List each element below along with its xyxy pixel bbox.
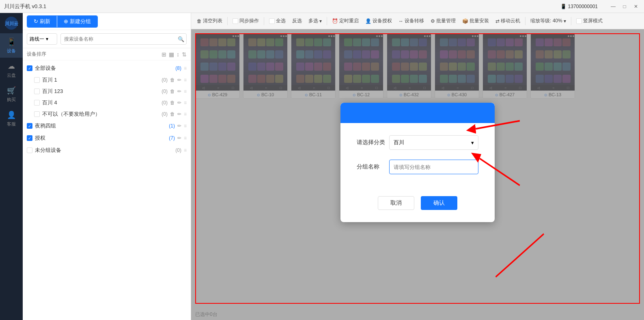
- dialog-footer: 取消 确认: [340, 196, 495, 222]
- all-checkbox[interactable]: ✓: [27, 65, 32, 71]
- clear-list-button[interactable]: 🗑 清空列表: [194, 16, 225, 26]
- grid-icon[interactable]: ▦: [169, 51, 174, 58]
- confirm-button[interactable]: 确认: [421, 196, 457, 210]
- drag-handle-crow4[interactable]: ≡: [184, 123, 187, 129]
- drag-handle-all[interactable]: ≡: [184, 65, 187, 71]
- cancel-button[interactable]: 取消: [378, 196, 414, 210]
- device-auth-button[interactable]: 👤 设备授权: [363, 16, 394, 26]
- group-item-baichuan1[interactable]: 百川 1 (0) 🗑 ✏ ≡: [23, 74, 191, 86]
- group-name-baichuan123: 百川 123: [42, 88, 159, 95]
- maximize-button[interactable]: □: [620, 2, 629, 11]
- drag-handle-auth[interactable]: ≡: [184, 135, 187, 141]
- select-all-button[interactable]: 全选: [267, 16, 288, 26]
- edit-icon-3[interactable]: ✏: [177, 100, 181, 106]
- group-item-cannotgive[interactable]: 不可以（不要发给用户） (0) 🗑 ✏ ≡: [23, 108, 191, 120]
- svg-line-6: [496, 234, 544, 277]
- multi-sel-button[interactable]: 多选 ▾: [306, 16, 324, 26]
- nogroup-checkbox[interactable]: [27, 147, 32, 153]
- batch-install-button[interactable]: 📦 批量安装: [460, 16, 491, 26]
- app-logo: 川川云: [0, 13, 23, 33]
- crow4-checkbox[interactable]: ✓: [27, 123, 32, 129]
- sidebar-item-cloud[interactable]: ☁ 云盘: [0, 58, 23, 82]
- sort-num-icon[interactable]: ⇅: [182, 51, 187, 58]
- delete-icon[interactable]: 🗑: [170, 77, 175, 83]
- group-count-baichuan1: (0): [162, 77, 168, 83]
- sidebar-item-devices-label: 设备: [7, 48, 16, 54]
- sort-az-icon[interactable]: ↕: [177, 51, 179, 58]
- drag-handle-baichuan4[interactable]: ≡: [184, 100, 187, 106]
- selectall-checkbox[interactable]: [269, 18, 275, 24]
- transfer-icon: ↔: [398, 18, 403, 24]
- sidebar-item-service-label: 客服: [7, 121, 16, 127]
- plus-icon: ⊕: [64, 18, 68, 24]
- drag-handle-nogroup[interactable]: ≡: [184, 147, 187, 153]
- scale-button[interactable]: 缩放等级: 40% ▾: [528, 16, 569, 26]
- titlebar: 川川云手机 v0.3.1 📱 13700000001 — □ ✕: [0, 0, 644, 13]
- sidebar-item-devices[interactable]: 📱 设备: [0, 33, 23, 58]
- delete-icon-2[interactable]: 🗑: [170, 89, 175, 94]
- batch-manage-button[interactable]: ⚙ 批量管理: [428, 16, 458, 26]
- layer-icon[interactable]: ⊞: [162, 51, 166, 58]
- group-name-all: 全部设备: [35, 65, 173, 72]
- groupname-input[interactable]: [389, 160, 478, 174]
- auth-checkbox[interactable]: ✓: [27, 135, 32, 141]
- user-icon: 👤: [365, 18, 371, 24]
- device-grid-area: ◁ ○ □ ⊙ BC-429 ◁ ○ □ ⊙: [191, 29, 644, 320]
- group-item-crow4[interactable]: ✓ 夜鸦四组 (1) ✏ ≡: [23, 120, 191, 132]
- group-name-nogroup: 未分组设备: [35, 147, 173, 154]
- edit-icon-5[interactable]: ✏: [177, 123, 181, 129]
- baichuan4-checkbox[interactable]: [34, 100, 40, 106]
- group-name-crow4: 夜鸦四组: [35, 122, 166, 130]
- toolbar-sep-2: [264, 17, 264, 25]
- clear-icon: 🗑: [197, 18, 202, 24]
- search-input[interactable]: [60, 33, 187, 45]
- group-item-baichuan4[interactable]: 百川 4 (0) 🗑 ✏ ≡: [23, 97, 191, 108]
- invert-sel-button[interactable]: 反选: [290, 16, 304, 26]
- search-wrap: 🔍: [60, 33, 187, 45]
- phone-display: 📱 13700000001: [560, 4, 598, 9]
- category-label: 请选择分类: [357, 139, 389, 146]
- group-item-auth[interactable]: ✓ 授权 (7) ✏ ≡: [23, 132, 191, 144]
- baichuan123-checkbox[interactable]: [34, 89, 40, 94]
- chevron-down-icon: ▾: [46, 36, 48, 42]
- edit-icon-6[interactable]: ✏: [177, 135, 181, 141]
- cannotgive-checkbox[interactable]: [34, 111, 40, 117]
- refresh-button[interactable]: ↻ 刷新: [27, 16, 57, 27]
- category-row: 请选择分类 百川 ▾: [357, 135, 478, 150]
- edit-icon-4[interactable]: ✏: [177, 111, 181, 117]
- drag-handle-baichuan1[interactable]: ≡: [184, 77, 187, 83]
- move-cloud-button[interactable]: ⇄ 移动云机: [493, 16, 523, 26]
- sidebar-item-buy[interactable]: 🛒 购买: [0, 82, 23, 106]
- group-count-auth: (7): [169, 135, 175, 141]
- sync-checkbox[interactable]: [233, 18, 238, 24]
- sync-op-button[interactable]: 同步操作: [230, 16, 261, 26]
- drag-handle-cannotgive[interactable]: ≡: [184, 111, 187, 117]
- toolbar-buttons: ↻ 刷新 ⊕ 新建分组: [27, 15, 98, 28]
- group-item-baichuan123[interactable]: 百川 123 (0) 🗑 ✏ ≡: [23, 86, 191, 97]
- group-item-all[interactable]: ✓ 全部设备 (8) ≡: [23, 62, 191, 74]
- device-transfer-button[interactable]: ↔ 设备转移: [396, 16, 426, 26]
- minimize-button[interactable]: —: [609, 2, 617, 11]
- group-count-baichuan123: (0): [162, 89, 168, 94]
- drag-handle-baichuan123[interactable]: ≡: [184, 89, 187, 94]
- route-select[interactable]: 路线一 ▾: [27, 33, 57, 45]
- sidebar-item-service[interactable]: 👤 客服: [0, 106, 23, 131]
- delete-icon-4[interactable]: 🗑: [170, 111, 175, 117]
- sidebar-item-cloud-label: 云盘: [7, 72, 16, 78]
- toolbar-sep-3: [327, 17, 327, 25]
- close-button[interactable]: ✕: [632, 2, 640, 11]
- group-name-baichuan1: 百川 1: [42, 76, 159, 84]
- portrait-checkbox[interactable]: [576, 18, 582, 24]
- category-select[interactable]: 百川 ▾: [389, 135, 478, 150]
- baichuan1-checkbox[interactable]: [34, 77, 40, 83]
- delete-icon-3[interactable]: 🗑: [170, 100, 175, 106]
- move-icon: ⇄: [495, 18, 500, 24]
- timer-restart-button[interactable]: ⏰ 定时重启: [330, 16, 361, 26]
- new-group-button[interactable]: ⊕ 新建分组: [57, 16, 97, 27]
- group-item-nogroup[interactable]: 未分组设备 (0) ≡: [23, 144, 191, 156]
- cloud-icon: ☁: [8, 62, 15, 71]
- search-icon[interactable]: 🔍: [178, 36, 184, 42]
- edit-icon[interactable]: ✏: [177, 77, 181, 83]
- edit-icon-2[interactable]: ✏: [177, 89, 181, 94]
- portrait-mode-button[interactable]: 竖屏模式: [574, 16, 605, 26]
